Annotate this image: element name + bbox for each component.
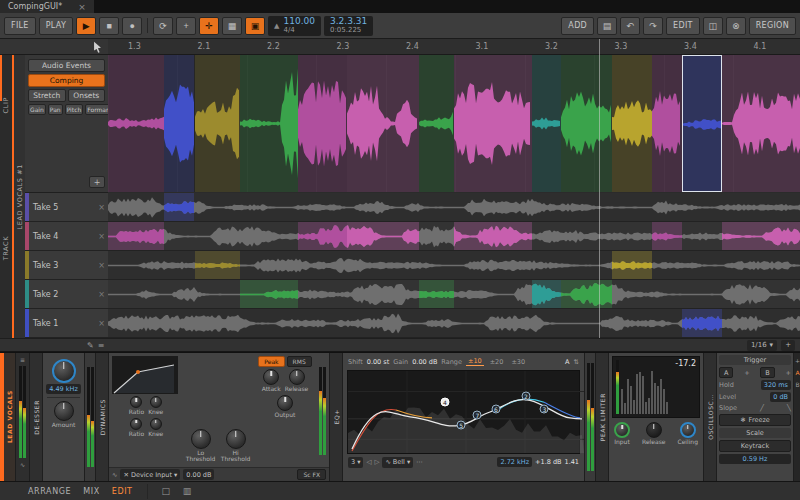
attack-knob[interactable] — [263, 369, 279, 385]
sidechain-gain-value[interactable]: 0.00 dB — [183, 469, 214, 480]
eq-graph[interactable]: 457623 — [347, 370, 580, 454]
oscilloscope-title-strip[interactable]: OSCILLOSC… — [704, 353, 717, 481]
range-30-button[interactable]: ±30 — [509, 358, 527, 366]
take-used-region[interactable] — [108, 222, 164, 251]
project-tab[interactable]: CompingGUI* × — [0, 0, 94, 13]
take-label[interactable]: Take 1× — [25, 309, 108, 338]
edit-menu-button[interactable]: EDIT — [666, 17, 700, 35]
comp-segment[interactable] — [108, 55, 164, 192]
edit-view-button[interactable]: EDIT — [112, 487, 133, 496]
comp-segment[interactable] — [347, 55, 419, 192]
dynamics-device[interactable]: Ratio Knee Ratio Knee Lo Threshold Hi Th… — [109, 353, 330, 481]
limiter-release-knob[interactable] — [646, 422, 662, 438]
grid-size-select[interactable]: 1/16 ▾ — [747, 340, 777, 351]
pitch-button[interactable]: Pitch — [65, 104, 84, 115]
prev-band-button[interactable]: ◁ — [366, 458, 371, 466]
oscilloscope-device[interactable]: Trigger A + B + Hold 320 ms Level 0 dB S… — [717, 353, 794, 481]
rms-mode-button[interactable]: RMS — [287, 356, 312, 367]
comp-segment[interactable] — [561, 55, 612, 192]
comp-segment-selected[interactable] — [682, 55, 722, 192]
chain-b-button[interactable]: B — [795, 381, 799, 388]
speaker-icon[interactable]: ∿ — [20, 461, 25, 468]
hold-value[interactable]: 320 ms — [761, 380, 791, 390]
file-button[interactable]: FILE — [4, 17, 36, 35]
eq-band-node[interactable]: 5 — [457, 421, 466, 430]
add-button[interactable]: ADD — [561, 17, 594, 35]
snap-button[interactable]: ▣ — [245, 17, 265, 35]
rate-value[interactable]: 0.59 Hz — [719, 454, 791, 464]
panel-layout-button[interactable]: □ — [162, 486, 171, 496]
pan-button[interactable]: Pan — [48, 104, 63, 115]
plus-icon[interactable]: + — [786, 369, 791, 377]
take-used-region[interactable] — [419, 280, 454, 309]
take-delete-icon[interactable]: × — [98, 290, 105, 299]
comp-segment[interactable] — [195, 55, 241, 192]
take-delete-icon[interactable]: × — [98, 203, 105, 212]
timeline-ruler[interactable]: 1.32.12.22.32.43.13.23.33.44.1 — [108, 39, 800, 55]
take-lane[interactable] — [108, 193, 800, 222]
eq-device[interactable]: Shift 0.00 st Gain 0.00 dB Range ±10 ±20… — [343, 353, 585, 481]
take-used-region[interactable] — [195, 251, 241, 280]
take-delete-icon[interactable]: × — [98, 261, 105, 270]
peak-limiter-device[interactable]: -17.2 Input Release Ceiling — [609, 353, 704, 481]
shift-value[interactable]: 0.00 st — [367, 358, 389, 366]
limiter-input-knob[interactable] — [614, 422, 630, 438]
position-display[interactable]: 3.2.3.31 0:05.225 — [324, 16, 373, 36]
playhead-time[interactable]: 0:05.225 — [330, 27, 367, 35]
output-knob[interactable] — [277, 395, 293, 411]
band-q-value[interactable]: 1.41 — [565, 458, 579, 466]
eq-band-node[interactable]: 2 — [521, 391, 530, 400]
de-esser-device[interactable]: 4.49 kHz Amount — [43, 353, 85, 481]
audio-events-button[interactable]: Audio Events — [28, 59, 105, 72]
gain-button[interactable]: Gain — [28, 104, 46, 115]
time-signature[interactable]: 4/4 — [283, 27, 315, 35]
play-button[interactable]: ▶ — [76, 17, 96, 35]
sidechain-source-select[interactable]: ✕ Device Input ▾ — [120, 469, 180, 480]
eq-title-strip[interactable]: EQ+ — [330, 353, 343, 481]
close-icon[interactable]: × — [78, 2, 86, 12]
arrange-view-button[interactable]: ARRANGE — [28, 487, 71, 496]
take-used-region[interactable] — [454, 222, 532, 251]
band-type-select[interactable]: ∿ Bell ▾ — [382, 457, 413, 468]
lo-threshold-knob[interactable] — [191, 429, 211, 449]
take-lane[interactable] — [108, 309, 800, 338]
undo-button[interactable]: ↶ — [620, 17, 640, 35]
keytrack-button[interactable]: Keytrack — [719, 440, 791, 452]
de-esser-freq-knob[interactable] — [52, 359, 76, 383]
record-button[interactable]: ● — [122, 17, 142, 35]
take-lane[interactable] — [108, 222, 800, 251]
trigger-a-button[interactable]: A — [719, 367, 733, 378]
draw-tool-button[interactable]: ✎ — [87, 341, 94, 350]
punch-button[interactable]: ✛ — [199, 17, 219, 35]
dynamics-knee2-knob[interactable] — [150, 418, 162, 430]
comp-segment[interactable] — [612, 55, 652, 192]
take-lane[interactable] — [108, 280, 800, 309]
export-button[interactable]: ⊗ — [726, 17, 746, 35]
release-knob[interactable] — [289, 369, 305, 385]
tab-clip[interactable]: CLIP — [0, 55, 12, 155]
plus-icon[interactable]: + — [744, 369, 749, 377]
comp-segment[interactable] — [240, 55, 298, 192]
redo-button[interactable]: ↷ — [643, 17, 663, 35]
take-used-region[interactable] — [532, 280, 562, 309]
loop-button[interactable]: ⟳ — [153, 17, 173, 35]
take-used-region[interactable] — [298, 222, 346, 251]
take-used-region[interactable] — [240, 280, 298, 309]
comp-region[interactable] — [108, 55, 800, 192]
add-device-button[interactable]: + — [795, 357, 800, 364]
comp-segment[interactable] — [532, 55, 562, 192]
take-used-region[interactable] — [612, 251, 652, 280]
level-value[interactable]: 0 dB — [770, 392, 791, 402]
tempo-display[interactable]: ▲ 110.00 4/4 — [268, 16, 321, 36]
save-button[interactable]: ▤ — [597, 17, 617, 35]
eq-ab-button[interactable]: A — [565, 358, 569, 366]
gain-value[interactable]: 0.00 dB — [412, 358, 437, 366]
band-select[interactable]: 3 ▾ — [348, 457, 363, 468]
track-device-header[interactable]: LEAD VOCALS — [4, 353, 16, 481]
comp-segment[interactable] — [164, 55, 194, 192]
dynamics-ratio-knob[interactable] — [130, 396, 142, 408]
updown-icon[interactable]: ⇅ — [574, 358, 579, 366]
dynamics-title-strip[interactable]: DYNAMICS — [96, 353, 109, 481]
take-delete-icon[interactable]: × — [98, 319, 105, 328]
next-band-button[interactable]: ▷ — [374, 458, 379, 466]
